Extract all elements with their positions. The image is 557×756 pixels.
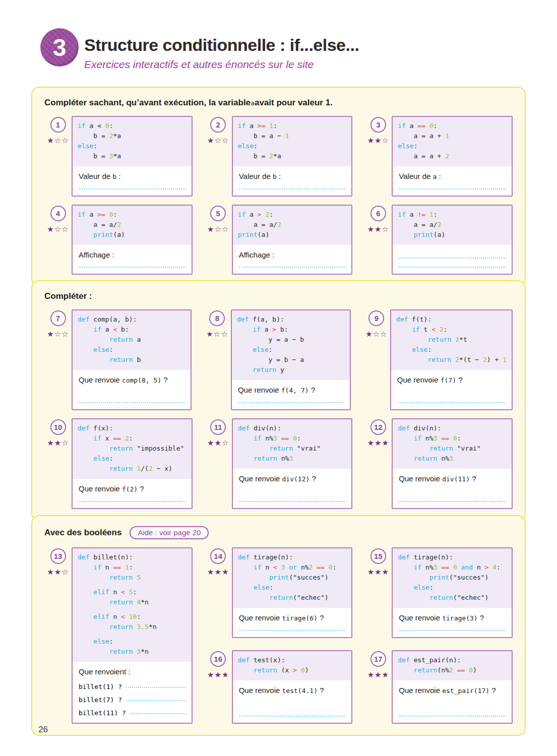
- code-line: else:: [78, 637, 187, 647]
- number-literal: 2: [277, 221, 281, 228]
- code-line: print("succes"): [398, 573, 507, 583]
- exercise-number-badge: 11: [210, 419, 226, 435]
- code-line: return 5: [78, 573, 187, 583]
- keyword: return: [109, 445, 133, 452]
- code-text: [125, 613, 129, 620]
- exercise-2: 2★☆☆if a >= 1: b = a − 1else: b = 2*aVal…: [205, 116, 353, 197]
- exercise-number-badge: 8: [209, 310, 225, 326]
- text-segment: ?: [138, 484, 144, 493]
- keyword: return: [269, 594, 293, 601]
- text-segment: Valeur de: [399, 172, 432, 180]
- code-text: [238, 455, 254, 462]
- answer-line: [239, 710, 346, 717]
- section-title: Avec des booléensAide : voir page 20: [44, 526, 513, 539]
- exercise-gutter: 2★☆☆: [205, 116, 232, 197]
- code-text: [238, 445, 270, 452]
- code-text: tirage(n):: [250, 553, 293, 561]
- question-area: Que renvoie est_pair(17) ?: [393, 680, 512, 723]
- exercise-11: 11★★☆def div(n): if n%3 == 0: return "vr…: [205, 418, 353, 509]
- code-text: n: [473, 563, 484, 571]
- code-text: :: [109, 638, 113, 645]
- exercise-card: if a > 2: a = a/2print(a)Affichage :: [232, 205, 353, 275]
- exercise-card: def f(a, b): if a > b: y = a − b else: y…: [231, 309, 351, 410]
- exercise-column: 15★★★def tirage(n): if n%3 == 0 and n > …: [364, 547, 513, 724]
- inline-code: comp(8, 5): [122, 376, 161, 384]
- inline-code: f(4, 7): [281, 387, 309, 394]
- text-segment: ?: [309, 386, 316, 394]
- code-text: :: [93, 142, 97, 150]
- keyword: return: [109, 648, 133, 655]
- question-text: Valeur de a :: [399, 171, 506, 182]
- code-text: ("echec"): [453, 594, 488, 601]
- star-rating: ★☆☆: [47, 225, 69, 234]
- text-segment: :: [116, 172, 120, 180]
- exercise-card: def est_pair(n): return(n%2 == 0)Que ren…: [392, 650, 513, 724]
- comparison-operator: ==: [113, 434, 121, 442]
- inline-code: div(11): [442, 475, 470, 483]
- code-text: a: [245, 211, 257, 218]
- star-rating: ★☆☆: [206, 330, 228, 339]
- exercise-16: 16★★★def test(x): return (x > 0)Que renv…: [205, 650, 353, 724]
- code-text: y = b − a: [237, 356, 304, 363]
- keyword: if: [78, 211, 86, 218]
- exercise-row: 1★☆☆if a < 0: b = 2*aelse: b = 3*aValeur…: [44, 116, 513, 197]
- code-block: if a == 0: a = a + 1else: a = a + 2: [393, 117, 512, 166]
- code-text: div(n):: [250, 424, 281, 432]
- keyword: else: [254, 584, 269, 591]
- keyword: return: [414, 666, 438, 674]
- page-title: Structure conditionnelle : if...else...: [84, 35, 359, 55]
- code-text: *(t −: [459, 356, 483, 363]
- code-text: b =: [78, 132, 109, 140]
- code-text: (x: [277, 666, 293, 674]
- code-text: n: [109, 613, 121, 620]
- code-text: [398, 594, 429, 601]
- code-text: a = a +: [398, 152, 445, 160]
- code-line: def tirage(n):: [398, 552, 507, 562]
- keyword: print: [414, 231, 434, 238]
- number-literal: 1: [503, 356, 507, 363]
- keyword: def: [238, 656, 250, 664]
- code-text: :: [129, 563, 133, 571]
- code-text: [398, 455, 413, 462]
- code-text: [78, 574, 109, 581]
- star-rating: ★★☆: [207, 438, 229, 448]
- number-literal: 1: [445, 132, 449, 140]
- comparison-operator: ==: [457, 666, 465, 674]
- code-line: if n == 1:: [78, 562, 187, 573]
- text-segment: ?: [310, 474, 316, 483]
- code-text: n%: [262, 434, 273, 442]
- comparison-operator: ==: [317, 563, 325, 571]
- question-area: Affichage :: [73, 245, 192, 274]
- code-text: a = a +: [398, 132, 445, 140]
- keyword: else: [93, 638, 109, 645]
- question-area: Valeur de b :: [73, 166, 192, 196]
- question-area: Que renvoie div(11) ?: [393, 469, 512, 508]
- code-text: [78, 613, 93, 620]
- comparison-operator: <: [273, 563, 277, 571]
- exercise-column: 5★☆☆if a > 2: a = a/2print(a)Affichage :: [205, 205, 353, 275]
- code-text: f(a, b):: [249, 316, 284, 323]
- keyword: elif: [93, 588, 109, 596]
- answer-line: [397, 396, 506, 403]
- exercise-number-badge: 15: [370, 548, 386, 564]
- question-text: Affichage :: [79, 249, 185, 261]
- code-text: f(t):: [408, 316, 431, 323]
- number-literal: 3.5: [137, 623, 148, 631]
- number-literal: 2: [269, 152, 273, 160]
- code-line: if x == 2:: [78, 433, 187, 444]
- keyword: if: [254, 434, 262, 442]
- code-text: [396, 356, 428, 363]
- code-line: b = a − 1: [238, 131, 347, 141]
- code-line: def test(x):: [238, 655, 347, 665]
- number-literal: 5: [137, 574, 141, 581]
- exercise-card: def tirage(n): if n%3 == 0 and n > 4: pr…: [392, 547, 513, 638]
- star-rating: ★☆☆: [47, 136, 69, 145]
- keyword: if: [414, 563, 422, 571]
- code-line: else:: [398, 583, 507, 593]
- text-segment: Valeur de: [239, 172, 273, 180]
- question-text: Valeur de b :: [79, 171, 185, 182]
- number-literal: 4: [492, 563, 497, 571]
- exercise-number-badge: 10: [50, 419, 66, 435]
- code-text: [396, 346, 412, 353]
- code-line: return 2*(t − 2) + 1: [396, 355, 507, 365]
